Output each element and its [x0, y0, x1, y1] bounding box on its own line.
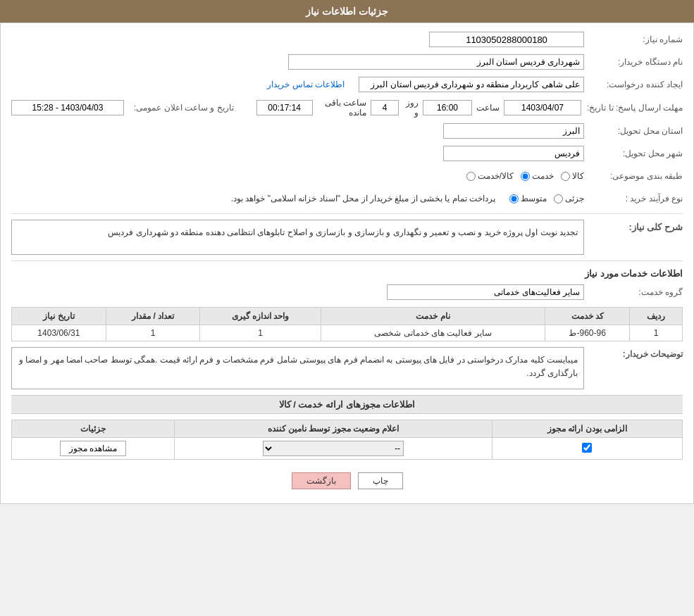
cell-unit: 1 — [200, 325, 321, 341]
cell-row-num: 1 — [630, 325, 683, 341]
remaining-input[interactable] — [256, 100, 313, 115]
col-qty: تعداد / مقدار — [106, 308, 200, 325]
category-kala-khedmat-label: کالا/خدمت — [478, 171, 514, 181]
footer-buttons: چاپ بازگشت — [11, 465, 683, 496]
cell-qty: 1 — [106, 325, 200, 341]
cell-name: سایر فعالیت های خدماتی شخصی — [321, 325, 545, 341]
category-kala-radio[interactable] — [561, 172, 570, 181]
buyer-org-label: نام دستگاه خریدار: — [584, 57, 683, 67]
need-number-label: شماره نیاز: — [584, 34, 683, 44]
description-box: تجدید نوبت اول پروژه خرید و نصب و تعمیر … — [11, 220, 584, 255]
deadline-time-input[interactable] — [423, 100, 472, 115]
permits-subtitle: اطلاعات مجوزهای ارائه خدمت / کالا — [11, 395, 683, 414]
services-section-title: اطلاعات خدمات مورد نیاز — [11, 268, 683, 279]
description-title: شرح کلی نیاز: — [584, 220, 683, 232]
days-label: روز و — [403, 98, 419, 118]
table-row: 1 960-96-ط سایر فعالیت های خدماتی شخصی 1… — [12, 325, 683, 341]
process-motavaset-label: متوسط — [521, 194, 547, 203]
print-button[interactable]: چاپ — [358, 472, 403, 489]
divider-1 — [11, 213, 683, 214]
col-code: کد خدمت — [545, 308, 629, 325]
col-date: تاریخ نیاز — [12, 308, 106, 325]
back-button[interactable]: بازگشت — [292, 472, 351, 489]
process-motavaset-radio[interactable] — [509, 194, 519, 203]
need-number-input[interactable] — [429, 32, 584, 47]
permits-required-checkbox[interactable] — [582, 443, 592, 453]
buyer-notes-box: میبایست کلیه مدارک درخواستی در فایل های … — [11, 347, 584, 389]
province-label: استان محل تحویل: — [584, 126, 683, 136]
contact-link[interactable]: اطلاعات تماس خریدار — [267, 80, 345, 89]
services-table: ردیف کد خدمت نام خدمت واحد اندازه گیری ت… — [11, 307, 683, 341]
category-khedmat-radio[interactable] — [521, 172, 530, 181]
permits-details-cell: مشاهده مجوز — [12, 438, 175, 460]
buyer-notes-label: توضیحات خریدار: — [584, 347, 683, 359]
deadline-date-input[interactable] — [504, 100, 581, 115]
city-input[interactable] — [443, 146, 584, 161]
permits-col-details: جزئیات — [12, 420, 175, 438]
service-group-input[interactable] — [387, 284, 584, 300]
buyer-org-input[interactable] — [288, 54, 584, 70]
time-label: ساعت — [476, 103, 500, 113]
permits-table: الزامی بودن ارائه مجوز اعلام وضعیت مجوز … — [11, 420, 683, 460]
category-kala-label: کالا — [572, 171, 584, 181]
col-name: نام خدمت — [321, 308, 545, 325]
category-kala-khedmat-radio[interactable] — [466, 172, 476, 181]
permits-col-required: الزامی بودن ارائه مجوز — [492, 420, 682, 438]
requester-label: ایجاد کننده درخواست: — [584, 80, 683, 89]
page-title: جزئیات اطلاعات نیاز — [306, 6, 388, 17]
category-label: طبقه بندی موضوعی: — [584, 171, 683, 181]
announce-input[interactable] — [11, 100, 124, 115]
permits-col-status: اعلام وضعیت مجوز توسط نامین کننده — [175, 420, 492, 438]
cell-date: 1403/06/31 — [12, 325, 106, 341]
col-row-num: ردیف — [630, 308, 683, 325]
deadline-label: مهلت ارسال پاسخ: تا تاریخ: — [581, 103, 683, 113]
view-permit-button[interactable]: مشاهده مجوز — [60, 441, 126, 456]
province-input[interactable] — [443, 123, 584, 139]
process-note: پرداخت تمام یا بخشی از مبلغ خریدار از مح… — [231, 194, 495, 203]
announce-label: تاریخ و ساعت اعلان عمومی: — [128, 103, 234, 113]
process-jezvi-radio[interactable] — [554, 194, 563, 203]
permits-status-cell: -- — [175, 438, 492, 460]
deadline-days-input[interactable] — [371, 100, 399, 115]
city-label: شهر محل تحویل: — [584, 149, 683, 158]
page-header: جزئیات اطلاعات نیاز — [0, 0, 694, 23]
divider-2 — [11, 260, 683, 261]
service-group-label: گروه خدمت: — [584, 287, 683, 297]
remaining-label: ساعت باقی مانده — [317, 98, 366, 118]
category-khedmat-label: خدمت — [532, 171, 554, 181]
permits-required-cell — [492, 438, 682, 460]
permits-row: -- مشاهده مجوز — [12, 438, 683, 460]
col-unit: واحد اندازه گیری — [200, 308, 321, 325]
cell-code: 960-96-ط — [545, 325, 629, 341]
permits-status-select[interactable]: -- — [263, 441, 404, 456]
process-label: نوع فرآیند خرید : — [584, 194, 683, 203]
requester-input[interactable] — [359, 77, 584, 92]
process-jezvi-label: جزئی — [565, 194, 584, 203]
